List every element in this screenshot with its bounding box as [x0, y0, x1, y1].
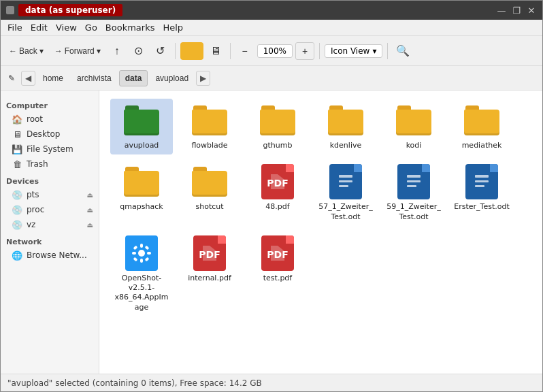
location-button[interactable]: ⊙	[129, 42, 148, 60]
titlebar-controls: — ❐ ✕	[496, 5, 537, 16]
file-name-gthumb: gthumb	[263, 141, 293, 150]
home-icon: 🏠	[12, 114, 22, 125]
back-button[interactable]: ← Back ▾	[5, 44, 48, 59]
file-name-ersterodt: Erster_Test.odt	[454, 202, 510, 212]
pathbar: ✎ ◀ home archivista data avupload ▶	[1, 66, 542, 91]
svg-rect-15	[140, 259, 143, 263]
file-item-avupload[interactable]: avupload	[110, 99, 173, 154]
network-section-label: Network	[6, 238, 42, 246]
odt-icon-erster	[464, 164, 499, 199]
file-item-57odt[interactable]: 57_1_Zweiter_Test.odt	[314, 160, 377, 226]
vz-icon: 💿	[12, 219, 22, 230]
pdf-icon-48: PDF	[260, 164, 295, 199]
folder-icon-gthumb	[260, 103, 295, 138]
sidebar-filesystem-label: File System	[27, 144, 73, 154]
desktop-icon: 🖥	[12, 129, 22, 140]
zoom-out-button[interactable]: −	[235, 43, 254, 59]
file-item-kodi[interactable]: kodi	[382, 99, 445, 154]
close-button[interactable]: ✕	[526, 5, 537, 16]
main-window: data (as superuser) — ❐ ✕ File Edit View…	[0, 0, 543, 392]
path-archivista[interactable]: archivista	[71, 70, 118, 86]
svg-rect-19	[144, 245, 149, 250]
file-name-internalpdf: internal.pdf	[188, 274, 231, 283]
file-item-mediathek[interactable]: mediathek	[450, 99, 513, 154]
forward-button[interactable]: → Forward ▾	[50, 44, 105, 59]
path-next-button[interactable]: ▶	[196, 71, 210, 86]
svg-text:PDF: PDF	[199, 249, 220, 260]
minimize-button[interactable]: —	[496, 5, 507, 16]
main-content: Computer 🏠 root 🖥 Desktop 💾 File System …	[1, 91, 542, 374]
pts-eject-icon[interactable]: ⏏	[87, 191, 93, 199]
sidebar-item-browse-network[interactable]: 🌐 Browse Netw...	[1, 248, 99, 263]
sidebar-item-filesystem[interactable]: 💾 File System	[1, 142, 99, 157]
menubar: File Edit View Go Bookmarks Help	[1, 20, 542, 36]
search-button[interactable]: 🔍	[393, 42, 413, 60]
sidebar-item-desktop[interactable]: 🖥 Desktop	[1, 127, 99, 142]
file-item-59odt[interactable]: 59_1_Zweiter_Test.odt	[382, 160, 445, 226]
file-name-openshot: OpenShot-v2.5.1-x86_64.AppImage	[113, 274, 170, 312]
svg-rect-21	[144, 257, 149, 261]
toolbar-separator-4	[387, 43, 388, 59]
path-prev-button[interactable]: ◀	[21, 71, 35, 86]
file-item-qmapshack[interactable]: qmapshack	[110, 160, 173, 226]
proc-eject-icon[interactable]: ⏏	[87, 206, 93, 214]
folder-icon-avupload	[124, 103, 159, 138]
file-item-openshot[interactable]: OpenShot-v2.5.1-x86_64.AppImage	[110, 231, 173, 316]
file-item-internalpdf[interactable]: PDF internal.pdf	[178, 231, 241, 316]
reload-button[interactable]: ↺	[151, 42, 170, 60]
file-item-ersterodt[interactable]: Erster_Test.odt	[450, 160, 513, 226]
menu-bookmarks[interactable]: Bookmarks	[101, 21, 159, 34]
devices-section-label: Devices	[6, 177, 39, 186]
maximize-button[interactable]: ❐	[511, 5, 522, 16]
file-name-avupload: avupload	[125, 141, 159, 150]
file-area: avupload flowblade	[99, 91, 542, 374]
view-dropdown-icon: ▾	[372, 46, 376, 56]
menu-edit[interactable]: Edit	[27, 21, 52, 34]
computer-section-label: Computer	[6, 101, 48, 110]
file-item-kdenlive[interactable]: kdenlive	[314, 99, 377, 154]
zoom-in-button[interactable]: +	[295, 42, 314, 60]
file-item-gthumb[interactable]: gthumb	[246, 99, 309, 154]
sidebar-proc-label: proc	[27, 205, 44, 214]
gear-icon	[131, 242, 152, 264]
screen-button[interactable]: 🖥	[206, 42, 225, 60]
sidebar-item-trash[interactable]: 🗑 Trash	[1, 157, 99, 172]
sidebar-section-network: Network	[1, 235, 99, 248]
folder-icon-mediathek	[464, 103, 499, 138]
view-label: Icon View	[331, 46, 369, 56]
titlebar-icon	[6, 6, 14, 14]
menu-view[interactable]: View	[52, 21, 81, 34]
svg-text:PDF: PDF	[267, 249, 288, 260]
svg-rect-4	[339, 175, 352, 178]
file-item-shotcut[interactable]: shotcut	[178, 160, 241, 226]
sidebar-item-root[interactable]: 🏠 root	[1, 112, 99, 127]
file-item-48pdf[interactable]: PDF 48.pdf	[246, 160, 309, 226]
network-icon: 🌐	[12, 250, 22, 261]
odt-symbol	[336, 172, 355, 191]
svg-rect-11	[475, 180, 489, 182]
sidebar-item-pts[interactable]: 💿 pts ⏏	[1, 187, 99, 202]
svg-rect-20	[133, 257, 137, 261]
up-button[interactable]: ↑	[108, 42, 127, 60]
file-item-testpdf[interactable]: PDF test.pdf	[246, 231, 309, 316]
menu-go[interactable]: Go	[81, 21, 101, 34]
file-name-59odt: 59_1_Zweiter_Test.odt	[385, 202, 442, 222]
new-folder-button[interactable]	[180, 42, 203, 60]
menu-help[interactable]: Help	[159, 21, 187, 34]
pdf-symbol-internal: PDF	[199, 243, 220, 263]
file-item-flowblade[interactable]: flowblade	[178, 99, 241, 154]
menu-file[interactable]: File	[3, 21, 27, 34]
toolbar-separator-1	[175, 43, 176, 59]
pdf-symbol: PDF	[267, 172, 288, 192]
path-avupload[interactable]: avupload	[149, 70, 195, 86]
statusbar: "avupload" selected (containing 0 items)…	[1, 374, 542, 391]
sidebar-item-vz[interactable]: 💿 vz ⏏	[1, 217, 99, 232]
path-data[interactable]: data	[119, 70, 148, 86]
path-edit-button[interactable]: ✎	[3, 70, 20, 86]
path-home[interactable]: home	[37, 70, 69, 86]
zoom-level: 100%	[257, 44, 293, 58]
filesystem-icon: 💾	[12, 144, 22, 154]
vz-eject-icon[interactable]: ⏏	[87, 221, 93, 229]
sidebar-item-proc[interactable]: 💿 proc ⏏	[1, 202, 99, 217]
view-dropdown[interactable]: Icon View ▾	[325, 44, 382, 58]
